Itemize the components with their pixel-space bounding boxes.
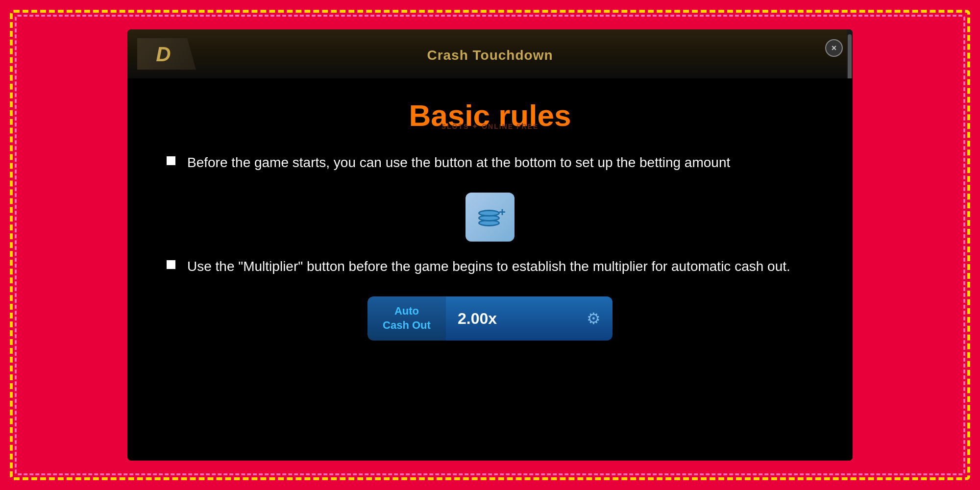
- gear-icon[interactable]: ⚙: [587, 309, 601, 328]
- logo-icon: D: [156, 42, 170, 66]
- header-title: Crash Touchdown: [427, 48, 553, 63]
- modal-header: D Crash Touchdown ×: [127, 29, 853, 78]
- rule-item-2: Use the "Multiplier" button before the g…: [167, 256, 813, 277]
- auto-cashout-bar: Auto Cash Out 2.00x ⚙: [368, 296, 612, 341]
- rule-bullet-2: [167, 260, 175, 269]
- modal-window: D Crash Touchdown × SLOTS ✦ ONLINE FREE …: [127, 29, 853, 461]
- rules-list: Before the game starts, you can use the …: [167, 152, 813, 277]
- modal-content: SLOTS ✦ ONLINE FREE Basic rules Before t…: [127, 78, 853, 461]
- page-title: Basic rules: [167, 98, 813, 133]
- plus-icon: +: [499, 205, 506, 219]
- coin-button-container: +: [167, 193, 813, 242]
- coin-icon: +: [478, 208, 502, 226]
- close-button[interactable]: ×: [825, 39, 843, 57]
- rule-item-1: Before the game starts, you can use the …: [167, 152, 813, 173]
- multiplier-display[interactable]: 2.00x ⚙: [446, 296, 612, 341]
- coin-add-button[interactable]: +: [466, 193, 514, 242]
- logo-container: D: [137, 38, 196, 70]
- rule-bullet-1: [167, 156, 175, 165]
- auto-cashout-line1: Auto: [394, 304, 419, 318]
- outer-border: D Crash Touchdown × SLOTS ✦ ONLINE FREE …: [10, 10, 970, 480]
- multiplier-value: 2.00x: [458, 310, 497, 328]
- scrollbar-track[interactable]: [847, 29, 853, 78]
- auto-cashout-label[interactable]: Auto Cash Out: [368, 296, 446, 341]
- logo-background: D: [137, 38, 196, 70]
- coin-layer-top: [478, 210, 500, 217]
- inner-border: D Crash Touchdown × SLOTS ✦ ONLINE FREE …: [15, 15, 965, 475]
- auto-cashout-line2: Cash Out: [383, 318, 431, 333]
- coin-stack: +: [478, 208, 502, 226]
- rule-text-2: Use the "Multiplier" button before the g…: [187, 256, 813, 277]
- rule-text-1: Before the game starts, you can use the …: [187, 152, 813, 173]
